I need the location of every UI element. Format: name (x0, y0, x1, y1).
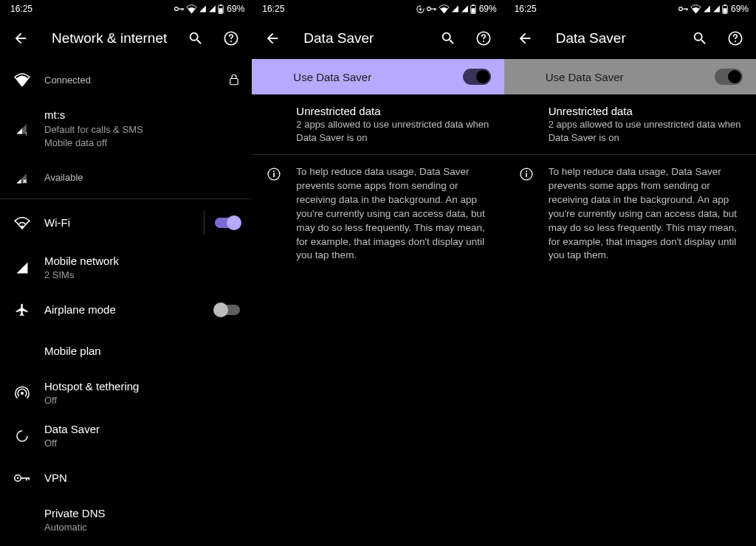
info-icon (267, 167, 281, 182)
mobile-plan-label: Mobile plan (44, 344, 240, 359)
unrestricted-title: Unrestricted data (296, 105, 492, 117)
search-button[interactable] (685, 24, 715, 53)
wifi-icon (690, 4, 701, 13)
page-title: Data Saver (546, 30, 679, 46)
help-button[interactable] (721, 24, 750, 53)
wifi-label: Wi-Fi (44, 215, 198, 230)
svg-rect-33 (682, 8, 687, 9)
unrestricted-data-row[interactable]: Unrestricted data 2 apps allowed to use … (504, 94, 756, 154)
svg-rect-22 (434, 8, 435, 10)
svg-point-32 (679, 7, 683, 11)
vpn-key-icon (14, 473, 30, 483)
use-data-saver-row[interactable]: Use Data Saver (504, 59, 756, 94)
svg-point-12 (21, 392, 24, 395)
arrow-back-icon (517, 30, 533, 46)
search-button[interactable] (181, 24, 210, 53)
back-button[interactable] (258, 24, 287, 53)
datasaver-row[interactable]: Data Saver Off (0, 415, 252, 457)
status-icons-right: 69% (416, 4, 497, 14)
wifi-row[interactable]: Wi-Fi (0, 199, 252, 246)
signal2-icon (208, 4, 216, 13)
svg-rect-34 (686, 8, 687, 10)
lock-icon (228, 73, 240, 86)
use-data-saver-toggle[interactable] (463, 69, 491, 85)
battery-icon (218, 4, 224, 14)
signal1-icon (451, 4, 459, 13)
status-bar: 16:25 69% (252, 0, 504, 18)
svg-rect-37 (724, 4, 726, 6)
help-icon (475, 30, 492, 46)
sim1-sub2: Mobile data off (44, 136, 240, 150)
svg-rect-6 (219, 8, 223, 13)
mobile-network-sub: 2 SIMs (44, 269, 240, 282)
use-data-saver-label: Use Data Saver (546, 71, 715, 83)
svg-rect-26 (471, 8, 475, 13)
app-bar: Network & internet (0, 18, 252, 59)
vpn-label: VPN (44, 471, 240, 485)
wifi-toggle[interactable] (215, 218, 240, 228)
svg-point-40 (735, 41, 736, 42)
svg-rect-2 (182, 8, 182, 10)
help-info-row: To help reduce data usage, Data Saver pr… (252, 155, 504, 270)
svg-text:!: ! (25, 131, 27, 136)
arrow-back-icon (13, 30, 29, 46)
status-battery-pct: 69% (227, 4, 244, 14)
svg-rect-18 (28, 477, 30, 480)
signal-full-icon (15, 260, 30, 275)
help-button[interactable] (469, 24, 498, 53)
wifi-icon (186, 4, 197, 13)
datasaver-sub: Off (44, 437, 240, 450)
svg-rect-30 (273, 173, 275, 177)
status-time: 16:25 (259, 4, 284, 14)
airplane-toggle[interactable] (215, 305, 240, 315)
svg-rect-38 (723, 8, 726, 13)
datasaver-label: Data Saver (44, 422, 240, 437)
sim1-name: mt:s (44, 108, 240, 122)
svg-rect-35 (687, 8, 688, 10)
use-data-saver-row[interactable]: Use Data Saver (252, 59, 504, 94)
wifi-connected-row[interactable]: Connected (0, 59, 252, 100)
panel-network-internet: 16:25 69% Network & internet Connected (0, 0, 252, 546)
svg-point-0 (175, 7, 179, 11)
vpn-key-icon (427, 5, 437, 13)
status-bar: 16:25 69% (0, 0, 252, 18)
page-title: Data Saver (293, 30, 427, 46)
airplane-row[interactable]: Airplane mode (0, 289, 252, 331)
mobile-plan-row[interactable]: Mobile plan (0, 331, 252, 372)
use-data-saver-label: Use Data Saver (293, 71, 462, 83)
back-button[interactable] (6, 24, 35, 53)
signal-error-icon: ! (15, 121, 30, 136)
privatedns-row[interactable]: Private DNS Automatic (0, 499, 252, 542)
mobile-network-label: Mobile network (44, 254, 240, 269)
sim2-row[interactable]: Available (0, 157, 252, 198)
unrestricted-sub: 2 apps allowed to use unrestricted data … (549, 118, 744, 144)
svg-point-11 (21, 225, 24, 228)
status-icons-right: 69% (174, 4, 244, 14)
hotspot-row[interactable]: Hotspot & tethering Off (0, 372, 252, 415)
sim1-sub1: Default for calls & SMS (44, 123, 240, 136)
vertical-divider (204, 211, 205, 235)
mobile-network-row[interactable]: Mobile network 2 SIMs (0, 246, 252, 289)
help-button[interactable] (216, 24, 246, 53)
unrestricted-title: Unrestricted data (549, 105, 744, 117)
vpn-key-icon (678, 5, 689, 13)
panel-data-saver-inactive: 16:25 69% Data Saver Use Data Saver Unre… (504, 0, 756, 546)
use-data-saver-toggle[interactable] (715, 69, 743, 85)
svg-point-43 (526, 170, 527, 172)
search-button[interactable] (433, 24, 463, 53)
svg-rect-42 (526, 173, 527, 177)
vpn-row[interactable]: VPN (0, 457, 252, 499)
back-button[interactable] (510, 24, 540, 53)
search-icon (440, 30, 456, 46)
svg-point-20 (427, 7, 430, 11)
unrestricted-data-row[interactable]: Unrestricted data 2 apps allowed to use … (252, 94, 504, 154)
status-time: 16:25 (512, 4, 537, 14)
status-battery-pct: 69% (731, 4, 749, 14)
svg-rect-5 (220, 4, 222, 6)
vpn-key-icon (174, 5, 185, 13)
help-info-row: To help reduce data usage, Data Saver pr… (504, 155, 756, 270)
signal-x-icon (15, 170, 30, 185)
hotspot-label: Hotspot & tethering (44, 379, 240, 394)
svg-rect-9 (230, 79, 238, 85)
sim1-row[interactable]: ! mt:s Default for calls & SMS Mobile da… (0, 100, 252, 157)
